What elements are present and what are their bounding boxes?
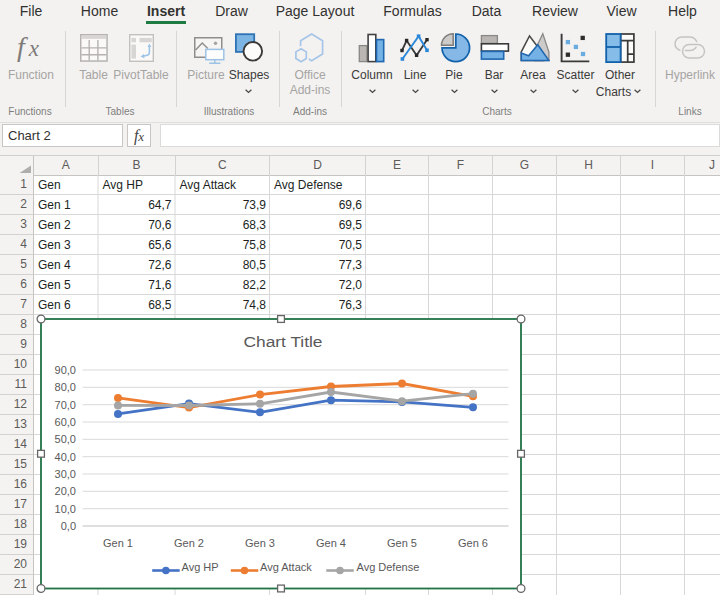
svg-text:Gen 5: Gen 5 [387, 537, 417, 549]
svg-text:Gen 2: Gen 2 [174, 537, 204, 549]
svg-text:Gen 4: Gen 4 [316, 537, 346, 549]
svg-text:0,0: 0,0 [61, 520, 76, 532]
svg-text:30,0: 30,0 [55, 468, 76, 480]
svg-text:Avg Attack: Avg Attack [260, 561, 312, 573]
svg-text:20,0: 20,0 [55, 485, 76, 497]
svg-text:Avg HP: Avg HP [182, 561, 219, 573]
svg-text:Chart Title: Chart Title [244, 333, 323, 350]
svg-text:40,0: 40,0 [55, 451, 76, 463]
svg-text:70,0: 70,0 [55, 399, 76, 411]
svg-text:10,0: 10,0 [55, 503, 76, 515]
svg-text:50,0: 50,0 [55, 433, 76, 445]
svg-text:Avg Defense: Avg Defense [357, 561, 420, 573]
svg-text:80,0: 80,0 [55, 381, 76, 393]
svg-text:90,0: 90,0 [55, 364, 76, 376]
svg-text:Gen 3: Gen 3 [245, 537, 275, 549]
svg-text:Gen 1: Gen 1 [103, 537, 133, 549]
svg-text:Gen 6: Gen 6 [458, 537, 488, 549]
svg-text:60,0: 60,0 [55, 416, 76, 428]
